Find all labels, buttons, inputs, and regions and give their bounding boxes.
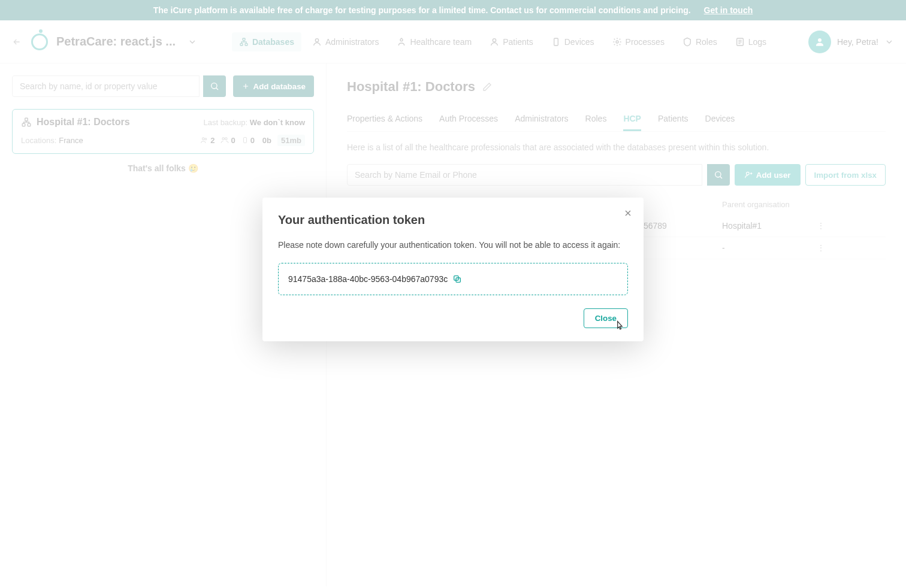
modal-close-icon[interactable] <box>623 208 633 218</box>
token-value: 91475a3a-188a-40bc-9563-04b967a0793c <box>288 274 448 284</box>
token-box: 91475a3a-188a-40bc-9563-04b967a0793c <box>278 263 628 295</box>
modal-close-button[interactable]: Close <box>584 308 628 328</box>
auth-token-modal: Your authentication token Please note do… <box>262 198 644 341</box>
modal-title: Your authentication token <box>278 213 628 227</box>
copy-icon[interactable] <box>452 274 462 284</box>
modal-text: Please note down carefully your authenti… <box>278 240 628 250</box>
modal-backdrop[interactable]: Your authentication token Please note do… <box>0 0 906 588</box>
